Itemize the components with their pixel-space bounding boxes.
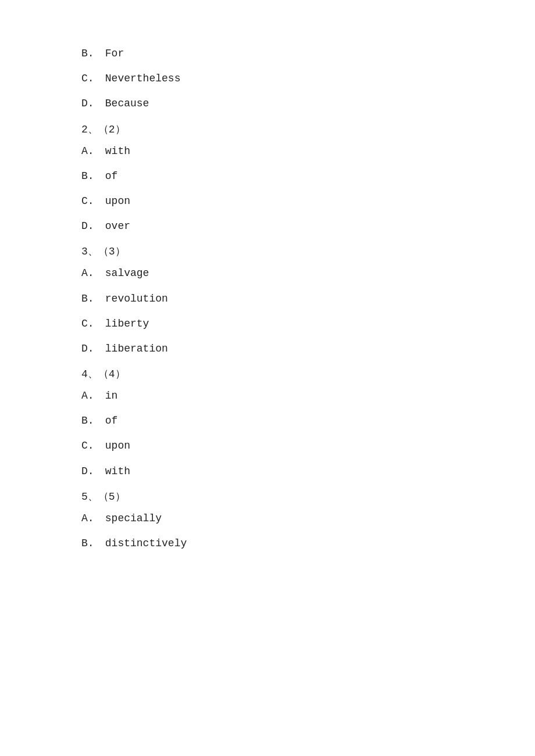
option-4a: A. in — [81, 389, 454, 403]
option-2d: D. over — [81, 219, 454, 234]
question-4-label: 4、（4） — [81, 367, 454, 381]
question-5-label: 5、（5） — [81, 489, 454, 503]
option-3d: D. liberation — [81, 342, 454, 356]
option-5a: A. specially — [81, 511, 454, 526]
option-1b: B. For — [81, 46, 454, 61]
option-4c: C. upon — [81, 439, 454, 453]
option-3a: A. salvage — [81, 266, 454, 281]
option-1c: C. Nevertheless — [81, 71, 454, 86]
option-2b: B. of — [81, 169, 454, 184]
option-1d: D. Because — [81, 96, 454, 111]
option-5b: B. distinctively — [81, 536, 454, 551]
page-content: B. For C. Nevertheless D. Because 2、（2） … — [81, 46, 454, 551]
option-4b: B. of — [81, 414, 454, 428]
question-3: 3、（3） A. salvage B. revolution C. libert… — [81, 244, 454, 356]
option-2c: C. upon — [81, 194, 454, 209]
option-3b: B. revolution — [81, 292, 454, 306]
question-1-continued: B. For C. Nevertheless D. Because — [81, 46, 454, 112]
question-5: 5、（5） A. specially B. distinctively — [81, 489, 454, 551]
question-4: 4、（4） A. in B. of C. upon D. with — [81, 367, 454, 479]
question-3-label: 3、（3） — [81, 244, 454, 258]
option-3c: C. liberty — [81, 317, 454, 331]
question-2-label: 2、（2） — [81, 122, 454, 136]
option-4d: D. with — [81, 464, 454, 479]
option-2a: A. with — [81, 144, 454, 159]
question-2: 2、（2） A. with B. of C. upon D. over — [81, 122, 454, 234]
